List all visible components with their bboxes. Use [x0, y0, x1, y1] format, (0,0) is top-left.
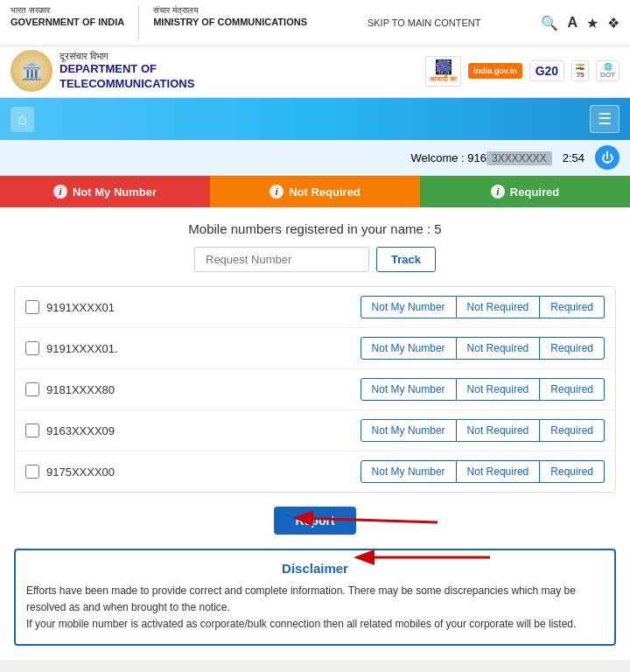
tab-required-label: Required [510, 186, 559, 199]
azadi-badge-icon: 🎆 [435, 59, 452, 75]
disclaimer-text: Efforts have been made to provide correc… [26, 583, 604, 634]
table-row: 9181XXXX80 Not My Number Not Required Re… [15, 369, 615, 410]
required-btn-4[interactable]: Required [540, 419, 605, 442]
gov-block-ministry: संचार मंत्रालय MINISTRY OF COMMUNICATION… [153, 5, 307, 28]
status-tabs: i Not My Number i Not Required i Require… [0, 176, 630, 207]
not-required-btn-2[interactable]: Not Required [457, 337, 541, 360]
not-my-number-info-icon: i [53, 185, 67, 199]
required-info-icon: i [491, 185, 505, 199]
sitemap-icon[interactable]: ❖ [607, 15, 620, 32]
table-row: 9191XXXX01 Not My Number Not Required Re… [15, 287, 615, 328]
azadi-badge-text: आजादी का [430, 75, 457, 84]
gov-block-india: भारत सरकार GOVERNMENT OF INDIA [10, 5, 124, 28]
main-content: Mobile numbers registered in your name :… [0, 207, 630, 660]
welcome-bar: Welcome : 9163XXXXXXX 2:54 ⏻ [0, 140, 630, 176]
required-btn-2[interactable]: Required [540, 337, 605, 360]
table-row: 9191XXXX01. Not My Number Not Required R… [15, 328, 615, 369]
logout-button[interactable]: ⏻ [595, 145, 620, 170]
disclaimer-title: Disclaimer [26, 561, 604, 576]
row-checkbox-2[interactable] [25, 341, 39, 355]
not-required-btn-3[interactable]: Not Required [457, 378, 541, 401]
content-wrapper: 9191XXXX01 Not My Number Not Required Re… [14, 286, 616, 493]
report-button[interactable]: Report [274, 507, 355, 535]
amrit-badge: 🇮🇳75 [576, 63, 584, 79]
session-time: 2:54 [563, 151, 584, 164]
vertical-divider [138, 5, 139, 40]
row-checkbox-1[interactable] [25, 300, 39, 314]
dept-name-block: दूरसंचार विभाग DEPARTMENT OF TELECOMMUNI… [60, 51, 194, 92]
home-button[interactable]: ⌂ [10, 107, 34, 132]
disclaimer-box: Disclaimer Efforts have been made to pro… [14, 549, 616, 646]
registered-title: Mobile numbers registered in your name :… [14, 221, 616, 236]
phone-number-1: 9191XXXX01 [46, 301, 354, 314]
share-icon[interactable]: ★ [586, 15, 598, 32]
phone-number-2: 9191XXXX01. [46, 342, 354, 355]
not-required-btn-5[interactable]: Not Required [457, 460, 541, 483]
table-row: 9175XXXX00 Not My Number Not Required Re… [15, 452, 615, 492]
dept-english-1: DEPARTMENT OF [60, 62, 194, 77]
track-button[interactable]: Track [376, 247, 436, 272]
masked-number: 3XXXXXXX [486, 151, 552, 165]
gov-english-1: GOVERNMENT OF INDIA [10, 16, 124, 28]
request-row: Track [14, 247, 616, 272]
logo-badges: 🎆 आजादी का india.gov.in G20 🇮🇳75 🌐DOT [425, 56, 620, 87]
menu-button[interactable]: ☰ [590, 105, 620, 133]
request-input[interactable] [194, 247, 369, 272]
action-buttons-5: Not My Number Not Required Required [360, 460, 605, 483]
gov-hindi-1: भारत सरकार [10, 5, 124, 16]
not-my-number-btn-1[interactable]: Not My Number [360, 296, 457, 318]
ashoka-emblem: 🏛️ [10, 50, 52, 92]
report-row: Report [14, 507, 616, 535]
tab-not-my-number[interactable]: i Not My Number [0, 176, 210, 207]
tab-required[interactable]: i Required [420, 176, 630, 207]
dept-hindi: दूरसंचार विभाग [60, 51, 194, 62]
gov-english-2: MINISTRY OF COMMUNICATIONS [153, 16, 307, 28]
not-my-number-btn-3[interactable]: Not My Number [360, 378, 457, 401]
required-btn-5[interactable]: Required [540, 460, 605, 483]
action-buttons-1: Not My Number Not Required Required [360, 296, 605, 318]
action-buttons-2: Not My Number Not Required Required [360, 337, 605, 360]
font-size-icon[interactable]: A [567, 15, 578, 31]
not-my-number-btn-2[interactable]: Not My Number [360, 337, 457, 360]
logo-left: 🏛️ दूरसंचार विभाग DEPARTMENT OF TELECOMM… [10, 50, 194, 92]
extra-badge: 🌐DOT [600, 63, 615, 79]
skip-link[interactable]: SKIP TO MAIN CONTENT [368, 18, 481, 28]
not-required-info-icon: i [270, 185, 284, 199]
g20-badge: G20 [536, 64, 558, 78]
phone-number-3: 9181XXXX80 [46, 383, 354, 396]
tab-not-required-label: Not Required [289, 186, 360, 199]
top-icons: 🔍 A ★ ❖ [541, 15, 620, 32]
required-btn-1[interactable]: Required [540, 296, 605, 318]
not-required-btn-1[interactable]: Not Required [457, 296, 541, 318]
logo-bar: 🏛️ दूरसंचार विभाग DEPARTMENT OF TELECOMM… [0, 46, 630, 98]
row-checkbox-4[interactable] [25, 424, 39, 438]
row-checkbox-5[interactable] [25, 465, 39, 479]
row-checkbox-3[interactable] [25, 382, 39, 396]
phone-number-4: 9163XXXX09 [46, 424, 354, 438]
welcome-text: Welcome : 9163XXXXXXX [411, 151, 552, 164]
tab-not-required[interactable]: i Not Required [210, 176, 420, 207]
phone-number-5: 9175XXXX00 [46, 466, 354, 479]
nav-bar: ⌂ ☰ [0, 98, 630, 140]
india-gov-badge: india.gov.in [473, 66, 516, 75]
gov-hindi-2: संचार मंत्रालय [153, 5, 307, 16]
table-row: 9163XXXX09 Not My Number Not Required Re… [15, 410, 615, 452]
action-buttons-3: Not My Number Not Required Required [360, 378, 605, 401]
gov-info: भारत सरकार GOVERNMENT OF INDIA संचार मंत… [10, 5, 307, 40]
not-my-number-btn-5[interactable]: Not My Number [360, 460, 457, 483]
required-btn-3[interactable]: Required [540, 378, 605, 401]
top-bar: भारत सरकार GOVERNMENT OF INDIA संचार मंत… [0, 0, 630, 46]
numbers-table: 9191XXXX01 Not My Number Not Required Re… [14, 286, 616, 493]
search-icon[interactable]: 🔍 [541, 15, 558, 32]
not-my-number-btn-4[interactable]: Not My Number [360, 419, 457, 442]
not-required-btn-4[interactable]: Not Required [457, 419, 541, 442]
tab-not-my-number-label: Not My Number [73, 186, 157, 199]
action-buttons-4: Not My Number Not Required Required [360, 419, 605, 442]
dept-english-2: TELECOMMUNICATIONS [60, 77, 194, 92]
